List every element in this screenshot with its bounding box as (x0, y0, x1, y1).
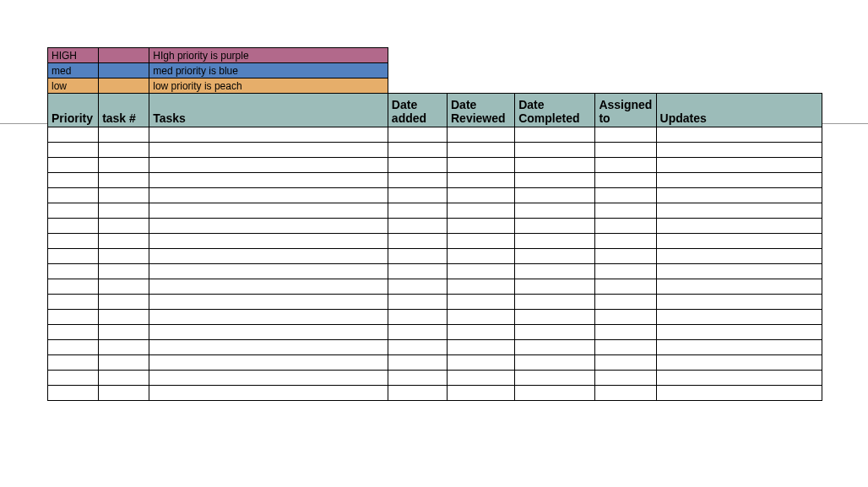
table-cell[interactable] (388, 173, 447, 188)
table-cell[interactable] (656, 340, 822, 355)
table-cell[interactable] (99, 158, 149, 173)
table-cell[interactable] (149, 219, 388, 234)
table-cell[interactable] (99, 188, 149, 203)
table-cell[interactable] (595, 340, 656, 355)
table-cell[interactable] (515, 143, 595, 158)
table-cell[interactable] (656, 310, 822, 325)
table-cell[interactable] (99, 249, 149, 264)
table-cell[interactable] (448, 234, 515, 249)
table-cell[interactable] (448, 295, 515, 310)
table-cell[interactable] (149, 158, 388, 173)
table-cell[interactable] (149, 249, 388, 264)
table-cell[interactable] (388, 219, 447, 234)
table-cell[interactable] (48, 173, 99, 188)
table-cell[interactable] (99, 279, 149, 295)
table-cell[interactable] (448, 340, 515, 355)
table-cell[interactable] (48, 386, 99, 401)
table-cell[interactable] (515, 158, 595, 173)
table-cell[interactable] (99, 219, 149, 234)
table-cell[interactable] (388, 279, 447, 295)
table-cell[interactable] (149, 173, 388, 188)
table-cell[interactable] (149, 279, 388, 295)
table-cell[interactable] (149, 371, 388, 386)
table-cell[interactable] (48, 264, 99, 279)
table-cell[interactable] (448, 143, 515, 158)
table-cell[interactable] (388, 371, 447, 386)
table-cell[interactable] (388, 158, 447, 173)
table-cell[interactable] (99, 325, 149, 340)
table-cell[interactable] (448, 386, 515, 401)
table-cell[interactable] (448, 355, 515, 371)
table-cell[interactable] (595, 355, 656, 371)
table-cell[interactable] (595, 127, 656, 143)
table-cell[interactable] (656, 234, 822, 249)
table-cell[interactable] (656, 295, 822, 310)
table-cell[interactable] (448, 249, 515, 264)
table-cell[interactable] (448, 325, 515, 340)
table-cell[interactable] (515, 188, 595, 203)
table-cell[interactable] (515, 234, 595, 249)
table-cell[interactable] (48, 249, 99, 264)
table-cell[interactable] (595, 264, 656, 279)
table-cell[interactable] (99, 310, 149, 325)
table-cell[interactable] (388, 325, 447, 340)
table-cell[interactable] (99, 173, 149, 188)
table-cell[interactable] (656, 203, 822, 219)
table-cell[interactable] (515, 386, 595, 401)
table-cell[interactable] (595, 188, 656, 203)
table-cell[interactable] (515, 127, 595, 143)
table-cell[interactable] (388, 264, 447, 279)
table-cell[interactable] (99, 295, 149, 310)
table-cell[interactable] (595, 173, 656, 188)
table-cell[interactable] (595, 143, 656, 158)
table-cell[interactable] (515, 279, 595, 295)
table-cell[interactable] (656, 158, 822, 173)
table-cell[interactable] (515, 249, 595, 264)
table-cell[interactable] (99, 203, 149, 219)
table-cell[interactable] (149, 264, 388, 279)
table-cell[interactable] (595, 203, 656, 219)
table-cell[interactable] (595, 279, 656, 295)
table-cell[interactable] (595, 310, 656, 325)
table-cell[interactable] (48, 325, 99, 340)
table-cell[interactable] (149, 325, 388, 340)
table-cell[interactable] (99, 371, 149, 386)
table-cell[interactable] (656, 355, 822, 371)
table-cell[interactable] (99, 264, 149, 279)
table-cell[interactable] (48, 188, 99, 203)
table-cell[interactable] (149, 310, 388, 325)
table-cell[interactable] (48, 158, 99, 173)
table-cell[interactable] (448, 264, 515, 279)
table-cell[interactable] (48, 219, 99, 234)
table-cell[interactable] (149, 143, 388, 158)
table-cell[interactable] (388, 143, 447, 158)
table-cell[interactable] (656, 279, 822, 295)
table-cell[interactable] (388, 295, 447, 310)
table-cell[interactable] (48, 127, 99, 143)
table-cell[interactable] (48, 310, 99, 325)
table-cell[interactable] (48, 295, 99, 310)
table-cell[interactable] (448, 158, 515, 173)
table-cell[interactable] (48, 203, 99, 219)
table-cell[interactable] (388, 355, 447, 371)
table-cell[interactable] (149, 234, 388, 249)
table-cell[interactable] (48, 234, 99, 249)
table-cell[interactable] (656, 371, 822, 386)
table-cell[interactable] (99, 386, 149, 401)
table-cell[interactable] (515, 310, 595, 325)
table-cell[interactable] (448, 219, 515, 234)
table-cell[interactable] (656, 127, 822, 143)
table-cell[interactable] (99, 127, 149, 143)
table-cell[interactable] (388, 234, 447, 249)
table-cell[interactable] (656, 325, 822, 340)
table-cell[interactable] (48, 279, 99, 295)
table-cell[interactable] (99, 355, 149, 371)
table-cell[interactable] (149, 203, 388, 219)
table-cell[interactable] (656, 173, 822, 188)
table-cell[interactable] (595, 325, 656, 340)
table-cell[interactable] (448, 279, 515, 295)
table-cell[interactable] (656, 219, 822, 234)
table-cell[interactable] (595, 234, 656, 249)
table-cell[interactable] (515, 340, 595, 355)
table-cell[interactable] (448, 310, 515, 325)
